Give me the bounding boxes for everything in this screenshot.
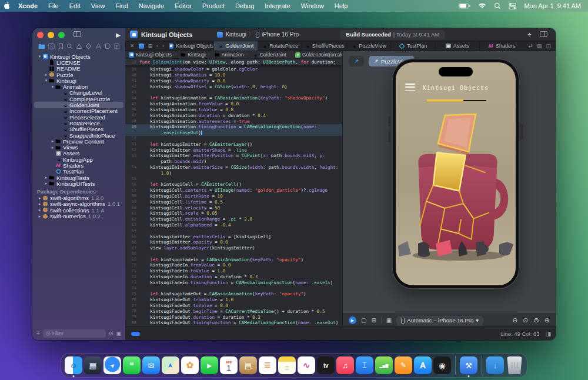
code-line-wrap[interactable]: .easeInEaseOut): [125, 130, 342, 136]
menu-editor[interactable]: Editor: [169, 2, 197, 9]
code-line-78[interactable]: 78 kintsugiFadeOut.beginTime = CACurrent…: [125, 308, 342, 314]
tree-item-pieceselected[interactable]: PieceSelected: [32, 114, 125, 120]
breakpoints-navigator-icon[interactable]: [105, 43, 111, 49]
dock-app-store[interactable]: [414, 356, 432, 374]
code-line-44[interactable]: 44 let kintsugiAnimation = CABasicAnimat…: [125, 95, 342, 101]
tab-goldenjoint[interactable]: GoldenJoint: [213, 41, 258, 51]
code-line-59[interactable]: 59 kintsugiCell.lifetime = 0.5: [125, 199, 342, 205]
tree-item-shufflepieces[interactable]: ShufflePieces: [32, 126, 125, 132]
filter-input[interactable]: Filter: [43, 329, 106, 338]
scroll-indicator[interactable]: [131, 332, 140, 336]
debug-navigator-icon[interactable]: [95, 43, 102, 49]
code-line-58[interactable]: 58 kintsugiCell.birthRate = 10: [125, 194, 342, 199]
code-line-76[interactable]: 76 kintsugiFadeOut.fromValue = 1.0: [125, 297, 342, 303]
code-line-73[interactable]: 73 kintsugiFadeIn.timingFunction = CAMed…: [125, 279, 342, 285]
bookmarks-icon[interactable]: [58, 43, 64, 49]
search-icon[interactable]: [494, 2, 501, 9]
code-line-61[interactable]: 61 kintsugiCell.scale = 0.05: [125, 211, 342, 216]
show-recent-button[interactable]: ⊘: [109, 331, 113, 336]
dock-fingerprint-app[interactable]: [433, 356, 451, 374]
dock-freeform[interactable]: [298, 356, 315, 374]
code-line-54[interactable]: 54 kintsugiEmitter.emitterSize = CGSize(…: [125, 165, 342, 171]
dock-messages[interactable]: [123, 356, 141, 374]
dock-contacts[interactable]: [239, 356, 257, 374]
jump-bar[interactable]: Kintsugi Objects〉Kintsugi〉Animation〉Gold…: [125, 51, 342, 59]
tree-item-views[interactable]: ▸Views: [32, 144, 125, 150]
code-line-65[interactable]: 65 kintsugiEmitter.emitterCells = [kints…: [125, 234, 342, 239]
code-line-66[interactable]: 66 kintsugiEmitter.opacity = 0.0: [125, 239, 342, 245]
activity-view[interactable]: Build Succeeded | Today at 9:41 AM: [340, 30, 445, 39]
pinned-declaration-row[interactable]: 18func GoldenJoint(on view: UIView, alon…: [125, 59, 342, 66]
tab-rotatepiece[interactable]: RotatePiece: [258, 41, 302, 51]
pin-preview-button[interactable]: 📌︎: [349, 56, 364, 66]
tab-assets[interactable]: Assets: [435, 41, 479, 51]
run-button[interactable]: ▶: [116, 32, 121, 38]
dock-finder[interactable]: [65, 356, 82, 374]
dock-facetime[interactable]: [201, 356, 218, 374]
breadcrumb-kintsugi-objects[interactable]: Kintsugi Objects: [129, 52, 172, 58]
tree-item-kintsugiuitests[interactable]: ▸KintsugiUITests: [32, 181, 125, 186]
code-line-69[interactable]: 69 let kintsugiFadeIn = CABasicAnimation…: [125, 256, 342, 262]
dock-notes[interactable]: [278, 356, 296, 374]
control-center-icon[interactable]: [509, 3, 516, 9]
variants-grid-icon[interactable]: ⊞: [371, 317, 376, 324]
dock-reminders[interactable]: [259, 356, 276, 374]
breadcrumb-animation[interactable]: Animation: [215, 52, 244, 58]
tree-item-animation[interactable]: ▾Animation: [32, 84, 125, 89]
reports-navigator-icon[interactable]: [114, 43, 119, 49]
battery-icon[interactable]: [459, 3, 470, 9]
issues-navigator-icon[interactable]: [76, 43, 82, 49]
code-line-62[interactable]: 62 kintsugiCell.emissionRange = .pi * 2.…: [125, 216, 342, 222]
menu-find[interactable]: Find: [110, 2, 133, 9]
tree-item-kintsugiapp[interactable]: KintsugiApp: [32, 156, 125, 162]
dock-photos[interactable]: [181, 356, 199, 374]
tree-item-testplan[interactable]: TestPlan: [32, 169, 125, 175]
tree-item-preview-content[interactable]: ▸Preview Content: [32, 138, 125, 144]
close-tab-icon[interactable]: ✕: [130, 43, 135, 49]
menu-product[interactable]: Product: [197, 2, 230, 9]
minimap-toggle-icon[interactable]: ⊞: [148, 43, 153, 49]
editor-options-icon[interactable]: [540, 31, 547, 39]
zoom-in-icon[interactable]: ⊕: [544, 316, 550, 324]
code-line-51[interactable]: 51 let kintsugiEmitter = CAEmitterLayer(…: [125, 141, 342, 147]
breadcrumb-goldenjoint[interactable]: GoldenJoint: [252, 52, 286, 58]
menu-view[interactable]: View: [86, 2, 111, 9]
code-area[interactable]: 18func GoldenJoint(on view: UIView, alon…: [125, 59, 342, 326]
code-line-45[interactable]: 45 kintsugiAnimation.fromValue = 0.0: [125, 101, 342, 107]
toggle-sidebar-icon[interactable]: [74, 31, 81, 38]
code-line-70[interactable]: 70 kintsugiFadeIn.fromValue = 0.0: [125, 262, 342, 268]
code-line-41[interactable]: 41 kintsugi.shadowOpacity = 0.0: [125, 78, 342, 84]
code-line-56[interactable]: 56 let kintsugiCell = CAEmitterCell(): [125, 182, 342, 188]
code-line-53[interactable]: 53 kintsugiEmitter.emitterPosition = CGP…: [125, 153, 342, 159]
tree-item-incorrectplacement[interactable]: IncorrectPlacement: [32, 108, 125, 114]
tree-item-snappedintoplace[interactable]: SnappedIntoPlace: [32, 132, 125, 138]
puzzle-piece-tray[interactable]: [398, 239, 516, 259]
tree-item-readme[interactable]: README: [32, 66, 125, 72]
menu-navigate[interactable]: Navigate: [133, 2, 169, 9]
code-line-57[interactable]: 57 kintsugiCell.contents = UIImage(named…: [125, 188, 342, 194]
tree-item-swift-collections[interactable]: ▸swift-collections1.1.4: [32, 207, 125, 213]
tree-item-kintsugi-objects[interactable]: ▾Kintsugi Objects: [32, 54, 125, 59]
code-line-50[interactable]: 50: [125, 136, 342, 142]
code-line-47[interactable]: 47 kintsugiAnimation.duration = duration…: [125, 112, 342, 118]
find-navigator-icon[interactable]: [66, 43, 73, 49]
menu-window[interactable]: Window: [296, 2, 329, 9]
dock-xcode[interactable]: [460, 356, 477, 374]
menu-debug[interactable]: Debug: [230, 2, 259, 9]
scheme-selector[interactable]: Kintsugi 〉 iPhone 16 Pro: [217, 31, 299, 38]
code-line-60[interactable]: 60 kintsugiCell.velocity = 50: [125, 205, 342, 211]
zoom-fit-icon[interactable]: ⊜: [534, 316, 539, 324]
dock-calendar[interactable]: APR1: [220, 356, 238, 374]
dock-trash[interactable]: [506, 356, 523, 374]
tab-puzzleview[interactable]: PuzzleView: [346, 41, 390, 51]
dock-maps[interactable]: [162, 356, 179, 374]
tree-item-kintsugi[interactable]: ▾Kintsugi: [32, 78, 125, 84]
code-line-74[interactable]: 74: [125, 285, 342, 291]
wifi-icon[interactable]: [478, 3, 486, 9]
tests-navigator-icon[interactable]: [85, 43, 92, 49]
zoom-actual-icon[interactable]: ⊙: [523, 316, 528, 324]
tree-item-assets[interactable]: Assets: [32, 151, 125, 156]
app-screen[interactable]: Kintsugi Objects: [396, 62, 516, 285]
code-line-wrap[interactable]: 1.0): [125, 170, 342, 176]
tree-item-shaders[interactable]: MShaders: [32, 162, 125, 168]
